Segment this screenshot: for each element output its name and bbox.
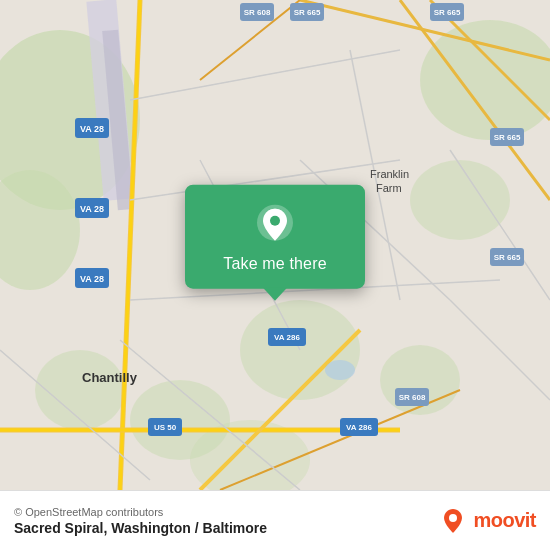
location-pin-icon [255,203,295,243]
svg-text:US 50: US 50 [154,423,177,432]
moovit-icon [439,507,467,535]
svg-text:Franklin: Franklin [370,168,409,180]
svg-point-8 [35,350,125,430]
svg-text:SR 665: SR 665 [434,8,461,17]
map-attribution: © OpenStreetMap contributors [14,506,267,518]
svg-text:SR 608: SR 608 [399,393,426,402]
svg-point-62 [270,216,280,226]
svg-text:SR 665: SR 665 [294,8,321,17]
svg-text:SR 608: SR 608 [244,8,271,17]
svg-text:Chantilly: Chantilly [82,370,138,385]
take-me-there-button[interactable]: Take me there [223,253,326,275]
svg-point-63 [449,514,457,522]
svg-point-4 [410,160,510,240]
svg-text:SR 665: SR 665 [494,253,521,262]
svg-text:VA 28: VA 28 [80,124,104,134]
moovit-text: moovit [473,509,536,532]
map-container: VA 28 VA 28 VA 28 SR 665 SR 665 SR 665 S… [0,0,550,490]
popup-card[interactable]: Take me there [185,185,365,289]
bottom-bar: © OpenStreetMap contributors Sacred Spir… [0,490,550,550]
svg-text:Farm: Farm [376,182,402,194]
place-name: Sacred Spiral, Washington / Baltimore [14,520,267,536]
svg-text:VA 286: VA 286 [346,423,372,432]
moovit-logo: moovit [439,507,536,535]
svg-text:VA 28: VA 28 [80,204,104,214]
svg-point-59 [325,360,355,380]
bottom-left-info: © OpenStreetMap contributors Sacred Spir… [14,506,267,536]
svg-text:SR 665: SR 665 [494,133,521,142]
svg-text:VA 28: VA 28 [80,274,104,284]
svg-text:VA 286: VA 286 [274,333,300,342]
